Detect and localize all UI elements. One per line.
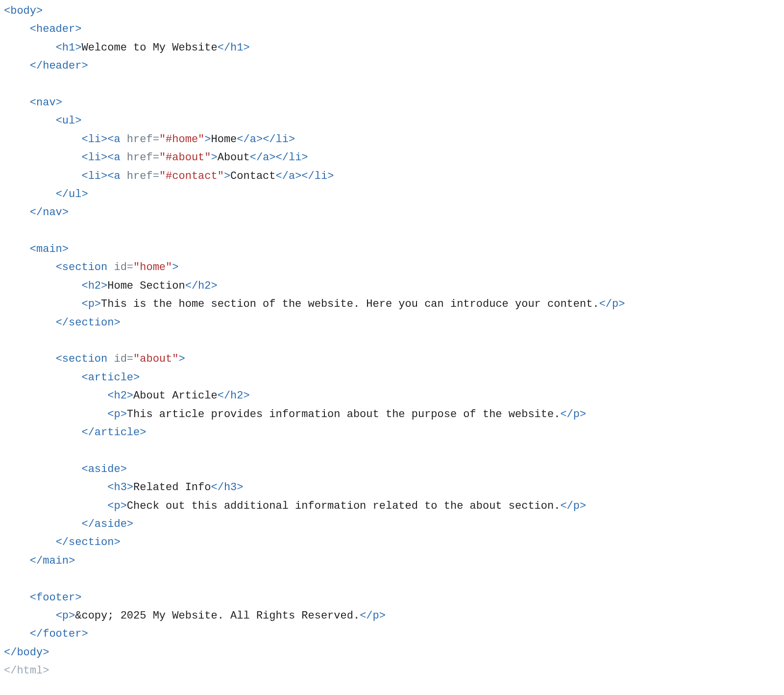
code-line: <h1>Welcome to My Website</h1> <box>4 39 780 57</box>
code-line: </section> <box>4 314 780 332</box>
code-line: <h2>About Article</h2> <box>4 387 780 405</box>
code-line: <article> <box>4 369 780 387</box>
code-line <box>4 332 780 350</box>
code-line <box>4 570 780 588</box>
code-line: <body> <box>4 2 780 20</box>
code-line: <h2>Home Section</h2> <box>4 277 780 295</box>
code-line: </aside> <box>4 515 780 533</box>
code-line: <h3>Related Info</h3> <box>4 478 780 496</box>
code-line: <p>&copy; 2025 My Website. All Rights Re… <box>4 607 780 625</box>
code-line: <header> <box>4 20 780 38</box>
code-line: </html> <box>4 662 780 680</box>
code-line <box>4 75 780 94</box>
code-line: </body> <box>4 644 780 662</box>
code-line: </article> <box>4 423 780 442</box>
code-line: <section id="home"> <box>4 258 780 276</box>
code-line <box>4 222 780 240</box>
code-line: <footer> <box>4 589 780 607</box>
code-line: <p>This is the home section of the websi… <box>4 295 780 313</box>
code-line: <p>Check out this additional information… <box>4 497 780 515</box>
code-line: <ul> <box>4 112 780 130</box>
code-line: </header> <box>4 57 780 75</box>
code-line: <main> <box>4 240 780 258</box>
code-line: <li><a href="#contact">Contact</a></li> <box>4 167 780 185</box>
code-line: </main> <box>4 552 780 570</box>
code-line: </ul> <box>4 185 780 203</box>
code-snippet: <body> <header> <h1>Welcome to My Websit… <box>0 0 784 690</box>
code-line: </nav> <box>4 203 780 222</box>
code-line: <aside> <box>4 460 780 478</box>
code-line: </footer> <box>4 625 780 643</box>
code-line: <nav> <box>4 94 780 112</box>
code-line: <section id="about"> <box>4 350 780 368</box>
code-line: <p>This article provides information abo… <box>4 405 780 423</box>
code-line: </section> <box>4 533 780 551</box>
code-line: <li><a href="#home">Home</a></li> <box>4 130 780 149</box>
code-line: <li><a href="#about">About</a></li> <box>4 149 780 167</box>
code-line <box>4 442 780 460</box>
